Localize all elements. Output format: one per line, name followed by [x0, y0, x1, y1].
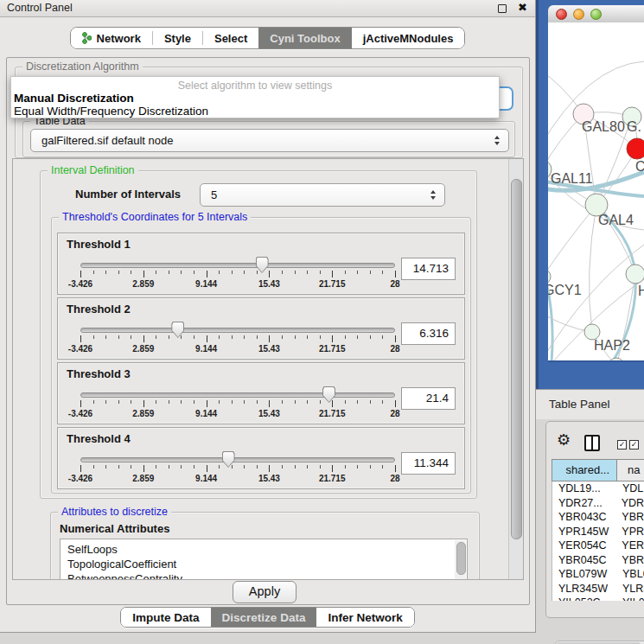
thresholds-coordinates-group: Threshold's Coordinates for 5 Intervals …: [51, 217, 471, 494]
gear-icon[interactable]: ⚙: [557, 430, 571, 449]
tab-cyni-toolbox[interactable]: Cyni Toolbox: [258, 28, 351, 48]
cell-shared-name[interactable]: YLR345W: [552, 582, 618, 596]
threshold-1-label: Threshold 1: [67, 238, 131, 251]
minimize-traffic-light[interactable]: [573, 9, 584, 20]
screen: Control Panel ✖ Network Style: [0, 0, 644, 644]
columns-icon[interactable]: [584, 435, 600, 451]
slider-tick-labels: -3.4262.8599.14415.4321.71528: [80, 279, 395, 290]
cell-shared-name[interactable]: YDR27...: [552, 496, 617, 511]
close-traffic-light[interactable]: [556, 9, 567, 20]
threshold-4-slider[interactable]: -3.4262.8599.14415.4321.71528: [80, 450, 395, 485]
network-node-label: GAL80: [582, 119, 625, 134]
tab-network[interactable]: Network: [71, 28, 152, 48]
table-row[interactable]: YBR045CYBR0: [552, 553, 644, 568]
threshold-2-value-field[interactable]: 6.316: [401, 322, 456, 345]
threshold-1-value-field[interactable]: 14.713: [401, 258, 456, 280]
zoom-traffic-light[interactable]: [590, 9, 602, 20]
number-of-intervals-combobox[interactable]: 5: [200, 183, 445, 207]
vertical-scrollbar-thumb[interactable]: [511, 179, 522, 539]
threshold-2-slider[interactable]: -3.4262.8599.14415.4321.71528: [80, 321, 395, 355]
cell-shared-name[interactable]: YBR045C: [552, 553, 617, 568]
discretization-algorithm-group-title: Discretization Algorithm: [22, 61, 143, 73]
attribute-item[interactable]: SelfLoops: [61, 542, 467, 557]
cell-name[interactable]: YBR0: [617, 553, 644, 568]
threshold-3-label: Threshold 3: [67, 367, 131, 380]
threshold-4-value-field[interactable]: 11.344: [401, 452, 456, 475]
tab-style[interactable]: Style: [153, 28, 202, 48]
tab-discretize-data[interactable]: Discretize Data: [211, 608, 317, 627]
cell-name[interactable]: YBR0: [617, 510, 644, 525]
number-of-intervals-value: 5: [201, 188, 426, 201]
cell-shared-name[interactable]: YIL052C: [552, 596, 618, 601]
option-equal-width-frequency[interactable]: Equal Width/Frequency Discretization: [11, 105, 499, 118]
threshold-3-panel: Threshold 3 -3.4262.8599.14415.4321.7152…: [57, 362, 465, 424]
network-window: GAL80G.CGAL11GAL4GCY1HHAP2: [536, 0, 644, 389]
table-row[interactable]: YDL19...YDL1: [552, 481, 644, 496]
slider-track[interactable]: [80, 263, 395, 268]
threshold-3-slider[interactable]: -3.4262.8599.14415.4321.71528: [80, 386, 395, 420]
top-tabbar: Network Style Select Cyni Toolbox jActiv…: [70, 27, 466, 49]
table-row[interactable]: YDR27...YDR2: [552, 496, 644, 511]
cell-name[interactable]: YER0: [617, 539, 644, 553]
table-row[interactable]: YPR145WYPR1: [552, 525, 644, 539]
cell-shared-name[interactable]: YDL19...: [552, 481, 618, 496]
cell-shared-name[interactable]: YBR043C: [552, 510, 617, 525]
interval-definition-group-title: Interval Definition: [48, 164, 138, 176]
network-node-label: H: [638, 284, 644, 298]
slider-track[interactable]: [80, 328, 395, 333]
cell-name[interactable]: YDR2: [617, 496, 644, 511]
close-panel-icon[interactable]: ✖: [518, 1, 527, 14]
tab-impute-data-label: Impute Data: [132, 611, 199, 624]
float-window-icon[interactable]: [498, 4, 507, 13]
column-header-shared-name[interactable]: shared...: [552, 459, 617, 481]
table-row[interactable]: YBR043CYBR0: [552, 510, 644, 525]
network-icon: [82, 32, 92, 44]
slider-track[interactable]: [80, 457, 395, 462]
list-scrollbar-thumb[interactable]: [456, 542, 466, 575]
checkbox-icon[interactable]: ✓: [629, 440, 639, 450]
threshold-1-slider[interactable]: -3.4262.8599.14415.4321.71528: [80, 256, 395, 290]
network-node-h[interactable]: [626, 265, 644, 284]
cell-shared-name[interactable]: YER054C: [552, 539, 617, 553]
table-data-combobox[interactable]: galFiltered.sif default node: [30, 129, 509, 152]
cell-name[interactable]: YPR1: [617, 525, 644, 539]
cell-shared-name[interactable]: YPR145W: [552, 525, 617, 539]
settings-scroll-panel: Interval Definition Number of Intervals …: [12, 158, 524, 580]
apply-button[interactable]: Apply: [233, 581, 296, 603]
table-row[interactable]: YER054CYER0: [552, 539, 644, 553]
cell-name[interactable]: YDL1: [618, 481, 644, 496]
attributes-to-discretize-group: Attributes to discretize Numerical Attri…: [50, 512, 480, 580]
algorithm-placeholder-option[interactable]: Select algorithm to view settings: [11, 77, 499, 92]
threshold-2-panel: Threshold 2 -3.4262.8599.14415.4321.7152…: [57, 297, 465, 360]
table-data-selected-value: galFiltered.sif default node: [31, 134, 490, 147]
network-canvas[interactable]: GAL80G.CGAL11GAL4GCY1HHAP2: [548, 22, 644, 362]
attribute-item[interactable]: BetweennessCentrality: [61, 571, 467, 580]
tab-infer-network-label: Infer Network: [328, 611, 402, 624]
tab-select[interactable]: Select: [203, 28, 258, 48]
numerical-attributes-list[interactable]: SelfLoopsTopologicalCoefficientBetweenne…: [60, 539, 468, 580]
cell-shared-name[interactable]: YBL079W: [552, 567, 618, 582]
slider-track[interactable]: [80, 392, 395, 398]
network-node-c[interactable]: [627, 138, 644, 159]
attribute-item[interactable]: TopologicalCoefficient: [61, 557, 467, 571]
tab-select-label: Select: [214, 32, 247, 45]
horizontal-scrollbar[interactable]: [555, 641, 644, 644]
list-scrollbar[interactable]: [455, 540, 466, 580]
column-header-name[interactable]: na: [617, 459, 644, 481]
threshold-3-value-field[interactable]: 21.4: [401, 387, 456, 410]
slider-tick-labels: -3.4262.8599.14415.4321.71528: [80, 409, 395, 419]
table-row[interactable]: YIL052CYIL0: [552, 596, 644, 601]
cyni-toolbox-panel: Discretization Algorithm Table Data galF…: [6, 57, 530, 605]
vertical-scrollbar[interactable]: [508, 159, 523, 579]
cell-name[interactable]: YIL0: [618, 596, 644, 601]
table-row[interactable]: YLR345WYLR3: [552, 582, 644, 596]
checkbox-icon[interactable]: ✓: [617, 440, 627, 450]
cell-name[interactable]: YBL0: [618, 567, 644, 582]
option-manual-discretization[interactable]: Manual Discretization: [11, 92, 499, 105]
cell-name[interactable]: YLR3: [618, 582, 644, 596]
tab-network-label: Network: [97, 32, 141, 45]
table-row[interactable]: YBL079WYBL0: [552, 567, 644, 582]
tab-jactivemnodules[interactable]: jActiveMNodules: [352, 28, 465, 48]
tab-infer-network[interactable]: Infer Network: [316, 608, 413, 627]
tab-impute-data[interactable]: Impute Data: [121, 608, 210, 627]
